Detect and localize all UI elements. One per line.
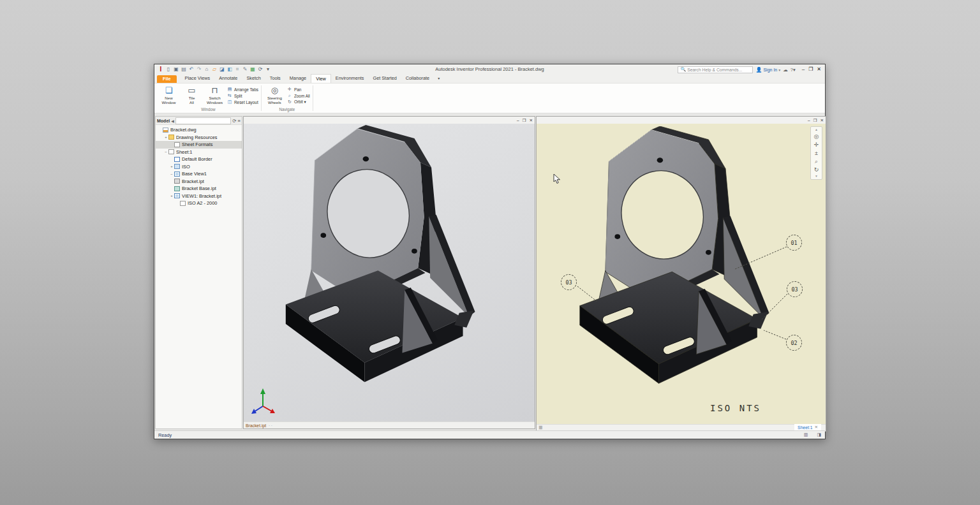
tree-item[interactable]: −Base View1 <box>156 170 242 178</box>
sketch-icon[interactable]: ▱ <box>211 66 218 73</box>
minimize-button[interactable]: ‒ <box>802 64 805 75</box>
tab-sketch[interactable]: Sketch <box>242 74 265 83</box>
balloon-03[interactable]: 03 <box>561 274 577 290</box>
home-icon[interactable]: ⌂ <box>203 66 211 73</box>
open-icon[interactable]: ▤ <box>180 66 188 73</box>
navbar-down-icon[interactable]: ▼ <box>815 175 818 178</box>
refresh-icon[interactable]: ⟳ <box>232 118 236 124</box>
sheet-icon <box>168 149 174 154</box>
file-tab[interactable]: File <box>157 75 177 83</box>
zoom-icon[interactable]: ± <box>815 150 818 156</box>
reset-layout-button[interactable]: ◫Reset Layout <box>227 99 258 105</box>
chevron-down-icon: ▾ <box>778 68 780 72</box>
close-icon[interactable]: ✕ <box>530 117 533 124</box>
tab-manage[interactable]: Manage <box>285 74 311 83</box>
qat-more-icon[interactable]: ▾ <box>264 66 272 73</box>
orbit-icon[interactable]: ↻ <box>814 166 819 173</box>
notifications-icon[interactable]: ◨ <box>817 432 821 437</box>
tree-item[interactable]: −Sheet:1 <box>156 149 242 156</box>
user-label: Sign In <box>763 68 777 72</box>
restore-icon[interactable]: ❐ <box>523 117 526 124</box>
tree-item[interactable]: Default Border <box>156 156 242 163</box>
part-canvas[interactable] <box>244 124 535 421</box>
balloon-02[interactable]: 02 <box>786 335 802 351</box>
tab-tools[interactable]: Tools <box>265 74 285 83</box>
tree-item-label: Sheet:1 <box>176 149 192 155</box>
expand-toggle-icon[interactable]: + <box>163 135 168 139</box>
maximize-button[interactable]: ❐ <box>808 64 813 75</box>
switch-windows-button[interactable]: ⊓SwitchWindows <box>204 85 225 105</box>
redo-icon[interactable]: ↷ <box>195 66 203 73</box>
close-button[interactable]: ✕ <box>817 64 821 75</box>
tab-collaborate[interactable]: Collaborate <box>401 74 434 83</box>
tree-item[interactable]: ISO A2 - 2000 <box>156 200 242 207</box>
sign-in-button[interactable]: 👤 Sign In ▾ <box>755 67 780 73</box>
material-icon[interactable]: ◪ <box>218 66 226 73</box>
iproperties-icon[interactable]: ▦ <box>249 66 256 73</box>
orbit-button[interactable]: ↻Orbit ▾ <box>287 99 310 105</box>
ribbon-group-window: ❏NewWindow▭TileAll⊓SwitchWindows▤Arrange… <box>156 84 261 112</box>
browser-search-input[interactable] <box>175 117 231 124</box>
new-file-icon[interactable]: ▯ <box>165 66 172 73</box>
pan-icon: ✛ <box>287 87 292 92</box>
update-icon[interactable]: ⟳ <box>256 66 264 73</box>
tab-overflow-icon[interactable]: ▾ <box>434 75 443 83</box>
tree-item[interactable]: +VIEW1: Bracket.ipt <box>156 193 242 200</box>
tree-item[interactable]: +ISO <box>156 163 242 171</box>
document-tab[interactable]: Bracket.ipt <box>246 423 266 428</box>
help-icon[interactable]: ?▾ <box>791 67 796 73</box>
browser-tree: Bracket.dwg+Drawing ResourcesSheet Forma… <box>156 125 242 428</box>
switch-windows-icon: ⊓ <box>204 85 225 96</box>
expand-toggle-icon[interactable]: + <box>169 194 174 198</box>
user-icon: 👤 <box>755 67 762 73</box>
tab-environments[interactable]: Environments <box>331 74 369 83</box>
tab-view[interactable]: View <box>311 74 331 83</box>
close-icon[interactable]: ✕ <box>820 117 824 124</box>
expand-toggle-icon[interactable]: − <box>163 150 168 154</box>
restore-icon[interactable]: ❐ <box>813 117 817 124</box>
arrange-tabs-button[interactable]: ▤Arrange Tabs <box>227 87 258 92</box>
tree-item[interactable]: Bracket Base.ipt <box>156 185 242 193</box>
annotate-icon[interactable]: ✎ <box>241 66 249 73</box>
tree-item-label: Bracket Base.ipt <box>182 186 216 191</box>
drawing-canvas[interactable]: 01030302 ISO NTS ▲ ◎✛±⌕↻ ▼ <box>537 124 826 424</box>
layout-icon[interactable]: ▥ <box>804 432 808 437</box>
tile-all-button[interactable]: ▭TileAll <box>181 85 202 105</box>
inventor-logo[interactable]: I <box>157 66 165 73</box>
appearance-icon[interactable]: ◧ <box>226 66 234 73</box>
new-window-button[interactable]: ❏NewWindow <box>158 85 179 105</box>
sheet-tab-label: Sheet:1 <box>798 425 812 430</box>
tab-place-views[interactable]: Place Views <box>181 74 215 83</box>
tab-annotate[interactable]: Annotate <box>214 74 242 83</box>
balloon-leaders <box>537 124 826 424</box>
pan-button[interactable]: ✛Pan <box>287 87 310 92</box>
browser-menu-icon[interactable]: ≡ <box>238 118 241 124</box>
split-button[interactable]: ⇆Split <box>227 93 258 98</box>
expand-toggle-icon[interactable]: + <box>169 165 174 168</box>
cloud-icon[interactable]: ☁ <box>783 67 788 73</box>
pan-icon[interactable]: ✛ <box>814 142 819 148</box>
steering-wheels-button[interactable]: ◎SteeringWheels <box>264 85 285 105</box>
balloon-01[interactable]: 01 <box>786 235 802 251</box>
balloon-03[interactable]: 03 <box>787 281 803 297</box>
minimize-icon[interactable]: ‒ <box>517 117 519 124</box>
save-icon[interactable]: ▣ <box>172 66 180 73</box>
tree-item-label: VIEW1: Bracket.ipt <box>182 193 221 199</box>
collapse-panel-icon[interactable]: ◀ <box>171 119 174 123</box>
sheet-menu-icon[interactable]: ☰ <box>538 425 542 430</box>
tree-item[interactable]: +Drawing Resources <box>156 134 242 142</box>
measure-icon[interactable]: ⌗ <box>234 66 241 73</box>
zoom-all-button[interactable]: ⌕Zoom All <box>287 93 310 98</box>
search-input[interactable]: 🔍 Search Help & Commands... <box>678 66 753 73</box>
look-at-icon[interactable]: ⌕ <box>815 158 818 165</box>
tab-get-started[interactable]: Get Started <box>368 74 401 83</box>
minimize-icon[interactable]: ‒ <box>808 117 810 124</box>
close-icon[interactable]: ✕ <box>815 425 818 430</box>
tree-item[interactable]: Bracket.ipt <box>156 178 242 186</box>
expand-toggle-icon[interactable]: − <box>169 172 174 176</box>
undo-icon[interactable]: ↶ <box>188 66 195 73</box>
navigation-wheel-icon[interactable]: ◎ <box>814 133 819 140</box>
navbar-up-icon[interactable]: ▲ <box>815 128 818 131</box>
tree-item[interactable]: Sheet Formats <box>156 141 242 149</box>
tree-item[interactable]: Bracket.dwg <box>156 126 242 134</box>
